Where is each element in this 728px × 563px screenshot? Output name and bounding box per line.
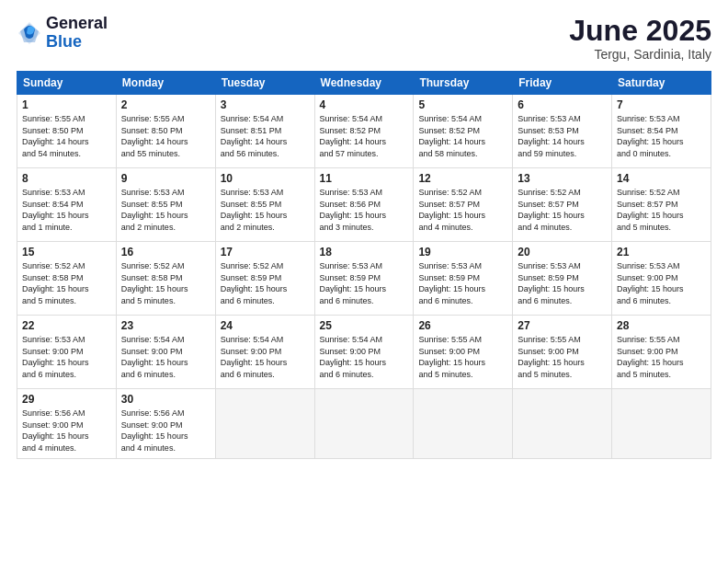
calendar-cell: 8Sunrise: 5:53 AM Sunset: 8:54 PM Daylig… <box>17 168 117 242</box>
day-info: Sunrise: 5:52 AM Sunset: 8:57 PM Dayligh… <box>518 187 607 233</box>
day-number: 19 <box>418 246 507 259</box>
day-number: 6 <box>518 98 607 111</box>
calendar-header-saturday: Saturday <box>612 72 711 95</box>
calendar-cell: 17Sunrise: 5:52 AM Sunset: 8:59 PM Dayli… <box>215 242 314 316</box>
location: Tergu, Sardinia, Italy <box>569 47 711 62</box>
calendar-header-thursday: Thursday <box>414 72 513 95</box>
day-info: Sunrise: 5:56 AM Sunset: 9:00 PM Dayligh… <box>121 408 210 454</box>
day-number: 12 <box>418 172 507 185</box>
calendar-cell: 1Sunrise: 5:55 AM Sunset: 8:50 PM Daylig… <box>17 95 117 168</box>
calendar-cell: 10Sunrise: 5:53 AM Sunset: 8:55 PM Dayli… <box>215 168 314 242</box>
day-number: 30 <box>121 393 210 406</box>
day-info: Sunrise: 5:55 AM Sunset: 8:50 PM Dayligh… <box>22 113 111 159</box>
calendar-cell: 26Sunrise: 5:55 AM Sunset: 9:00 PM Dayli… <box>414 316 513 389</box>
calendar-cell: 9Sunrise: 5:53 AM Sunset: 8:55 PM Daylig… <box>116 168 215 242</box>
day-info: Sunrise: 5:53 AM Sunset: 8:55 PM Dayligh… <box>221 187 310 233</box>
day-number: 24 <box>221 319 310 332</box>
day-number: 20 <box>518 246 607 259</box>
day-number: 8 <box>22 172 111 185</box>
calendar-cell <box>513 389 612 458</box>
day-number: 7 <box>617 98 706 111</box>
day-info: Sunrise: 5:53 AM Sunset: 8:59 PM Dayligh… <box>518 260 607 306</box>
calendar-header-wednesday: Wednesday <box>314 72 414 95</box>
calendar-cell: 29Sunrise: 5:56 AM Sunset: 9:00 PM Dayli… <box>17 389 117 458</box>
header: General Blue June 2025 Tergu, Sardinia, … <box>17 15 711 62</box>
calendar-cell <box>215 389 314 458</box>
calendar-header-tuesday: Tuesday <box>215 72 314 95</box>
calendar-cell <box>314 389 414 458</box>
day-number: 5 <box>418 98 507 111</box>
day-number: 9 <box>121 172 210 185</box>
calendar-header-monday: Monday <box>116 72 215 95</box>
calendar-cell: 16Sunrise: 5:52 AM Sunset: 8:58 PM Dayli… <box>116 242 215 316</box>
day-info: Sunrise: 5:54 AM Sunset: 8:52 PM Dayligh… <box>320 113 409 159</box>
logo-text: General Blue <box>46 15 108 52</box>
day-info: Sunrise: 5:55 AM Sunset: 9:00 PM Dayligh… <box>518 334 607 380</box>
calendar-cell: 5Sunrise: 5:54 AM Sunset: 8:52 PM Daylig… <box>414 95 513 168</box>
day-info: Sunrise: 5:55 AM Sunset: 9:00 PM Dayligh… <box>418 334 507 380</box>
day-info: Sunrise: 5:53 AM Sunset: 8:59 PM Dayligh… <box>418 260 507 306</box>
page: General Blue June 2025 Tergu, Sardinia, … <box>0 0 728 563</box>
calendar-cell: 6Sunrise: 5:53 AM Sunset: 8:53 PM Daylig… <box>513 95 612 168</box>
day-info: Sunrise: 5:53 AM Sunset: 8:56 PM Dayligh… <box>320 187 409 233</box>
calendar-cell: 21Sunrise: 5:53 AM Sunset: 9:00 PM Dayli… <box>612 242 711 316</box>
calendar-cell: 30Sunrise: 5:56 AM Sunset: 9:00 PM Dayli… <box>116 389 215 458</box>
calendar-week-row-4: 22Sunrise: 5:53 AM Sunset: 9:00 PM Dayli… <box>17 316 711 389</box>
calendar-week-row-3: 15Sunrise: 5:52 AM Sunset: 8:58 PM Dayli… <box>17 242 711 316</box>
calendar-week-row-2: 8Sunrise: 5:53 AM Sunset: 8:54 PM Daylig… <box>17 168 711 242</box>
day-number: 4 <box>320 98 409 111</box>
day-info: Sunrise: 5:54 AM Sunset: 9:00 PM Dayligh… <box>320 334 409 380</box>
calendar-cell: 23Sunrise: 5:54 AM Sunset: 9:00 PM Dayli… <box>116 316 215 389</box>
day-info: Sunrise: 5:52 AM Sunset: 8:59 PM Dayligh… <box>221 260 310 306</box>
day-info: Sunrise: 5:53 AM Sunset: 9:00 PM Dayligh… <box>22 334 111 380</box>
day-info: Sunrise: 5:53 AM Sunset: 8:59 PM Dayligh… <box>320 260 409 306</box>
calendar-cell: 11Sunrise: 5:53 AM Sunset: 8:56 PM Dayli… <box>314 168 414 242</box>
day-number: 3 <box>221 98 310 111</box>
day-info: Sunrise: 5:56 AM Sunset: 9:00 PM Dayligh… <box>22 408 111 454</box>
day-info: Sunrise: 5:55 AM Sunset: 8:50 PM Dayligh… <box>121 113 210 159</box>
calendar-cell: 24Sunrise: 5:54 AM Sunset: 9:00 PM Dayli… <box>215 316 314 389</box>
logo-general-text: General <box>46 15 108 33</box>
day-number: 28 <box>617 319 706 332</box>
calendar-cell: 12Sunrise: 5:52 AM Sunset: 8:57 PM Dayli… <box>414 168 513 242</box>
day-number: 1 <box>22 98 111 111</box>
calendar-week-row-1: 1Sunrise: 5:55 AM Sunset: 8:50 PM Daylig… <box>17 95 711 168</box>
calendar-cell: 22Sunrise: 5:53 AM Sunset: 9:00 PM Dayli… <box>17 316 117 389</box>
day-info: Sunrise: 5:52 AM Sunset: 8:57 PM Dayligh… <box>617 187 706 233</box>
day-number: 27 <box>518 319 607 332</box>
logo-icon <box>17 20 42 46</box>
day-info: Sunrise: 5:54 AM Sunset: 9:00 PM Dayligh… <box>221 334 310 380</box>
calendar-cell: 7Sunrise: 5:53 AM Sunset: 8:54 PM Daylig… <box>612 95 711 168</box>
calendar-cell: 19Sunrise: 5:53 AM Sunset: 8:59 PM Dayli… <box>414 242 513 316</box>
calendar-cell: 20Sunrise: 5:53 AM Sunset: 8:59 PM Dayli… <box>513 242 612 316</box>
logo: General Blue <box>17 15 108 52</box>
title-block: June 2025 Tergu, Sardinia, Italy <box>569 15 711 62</box>
day-info: Sunrise: 5:53 AM Sunset: 8:54 PM Dayligh… <box>617 113 706 159</box>
day-number: 15 <box>22 246 111 259</box>
calendar: SundayMondayTuesdayWednesdayThursdayFrid… <box>17 71 711 458</box>
calendar-cell <box>414 389 513 458</box>
calendar-cell: 2Sunrise: 5:55 AM Sunset: 8:50 PM Daylig… <box>116 95 215 168</box>
calendar-header-sunday: Sunday <box>17 72 117 95</box>
calendar-cell: 27Sunrise: 5:55 AM Sunset: 9:00 PM Dayli… <box>513 316 612 389</box>
day-number: 10 <box>221 172 310 185</box>
calendar-cell: 18Sunrise: 5:53 AM Sunset: 8:59 PM Dayli… <box>314 242 414 316</box>
day-number: 25 <box>320 319 409 332</box>
day-info: Sunrise: 5:52 AM Sunset: 8:57 PM Dayligh… <box>418 187 507 233</box>
calendar-cell: 15Sunrise: 5:52 AM Sunset: 8:58 PM Dayli… <box>17 242 117 316</box>
day-number: 17 <box>221 246 310 259</box>
day-info: Sunrise: 5:55 AM Sunset: 9:00 PM Dayligh… <box>617 334 706 380</box>
day-number: 18 <box>320 246 409 259</box>
day-number: 13 <box>518 172 607 185</box>
day-number: 21 <box>617 246 706 259</box>
calendar-cell: 4Sunrise: 5:54 AM Sunset: 8:52 PM Daylig… <box>314 95 414 168</box>
calendar-cell: 3Sunrise: 5:54 AM Sunset: 8:51 PM Daylig… <box>215 95 314 168</box>
calendar-week-row-5: 29Sunrise: 5:56 AM Sunset: 9:00 PM Dayli… <box>17 389 711 458</box>
day-info: Sunrise: 5:53 AM Sunset: 8:54 PM Dayligh… <box>22 187 111 233</box>
calendar-cell: 13Sunrise: 5:52 AM Sunset: 8:57 PM Dayli… <box>513 168 612 242</box>
calendar-cell: 28Sunrise: 5:55 AM Sunset: 9:00 PM Dayli… <box>612 316 711 389</box>
day-number: 23 <box>121 319 210 332</box>
calendar-header-row: SundayMondayTuesdayWednesdayThursdayFrid… <box>17 72 711 95</box>
logo-blue-text: Blue <box>46 33 108 52</box>
day-number: 29 <box>22 393 111 406</box>
